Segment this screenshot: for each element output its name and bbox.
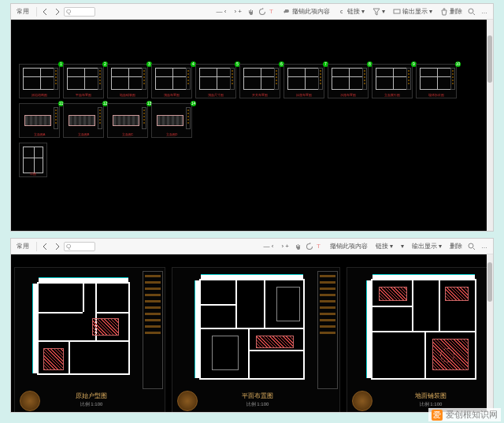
output-button[interactable]: 输出显示▾ [410, 241, 444, 251]
hand-icon[interactable] [247, 8, 255, 16]
sheet-thumb[interactable]: 水路布置图8 [328, 64, 369, 98]
text-icon[interactable]: T [269, 8, 277, 16]
scrollbar-thumb[interactable] [487, 262, 492, 302]
brand-logo [20, 391, 40, 411]
search-input[interactable]: Q [64, 242, 95, 251]
tab-common[interactable]: 常用 [14, 6, 32, 17]
undo-icon [283, 8, 291, 16]
undo-button[interactable]: 撤销此项内容 [328, 241, 370, 251]
sheet-label: 地面铺装图 [108, 93, 147, 97]
sheet-row-3: 详图 [19, 143, 47, 177]
trash-icon [440, 8, 448, 16]
sheet-thumb[interactable]: 开关布置图6 [239, 64, 280, 98]
search-icon[interactable] [468, 243, 476, 250]
drawing-sheet[interactable]: 平面布置图 比例 1:100 [172, 267, 340, 412]
search-input[interactable]: Q [64, 7, 95, 17]
watermark: 爱 爱创根知识网 [428, 408, 501, 421]
more-button[interactable]: … [479, 7, 490, 16]
sheet-label: 插座布置图 [284, 93, 324, 97]
output-button[interactable]: 输出显示▾ [391, 6, 435, 17]
drawing-sheet[interactable]: 地面铺装图 比例 1:100 [346, 267, 493, 412]
drawing-canvas-detail[interactable]: 原始户型图 比例 1:100 平面布置图 比例 1:100 [11, 254, 493, 412]
sheet-thumb[interactable]: 立面图D14 [151, 103, 192, 138]
brand-logo [177, 391, 198, 411]
status-dot: 10 [455, 61, 461, 67]
hand-icon[interactable] [295, 243, 302, 250]
watermark-logo: 爱 [432, 410, 443, 421]
sheet-thumb[interactable]: 立面索引图9 [372, 64, 413, 98]
link-button[interactable]: 链接▾ [335, 6, 367, 17]
rotate-icon[interactable] [306, 243, 313, 250]
undo-button[interactable]: 撤销此项内容 [280, 6, 332, 17]
chevron-left-icon[interactable] [42, 243, 50, 250]
dropdown-icon: ▾ [429, 8, 432, 15]
sheet-row-1: 原始结构图1 平面布置图2 地面铺装图3 顶面布置图4 顶面尺寸图5 开关布置图… [19, 64, 457, 98]
sheet-label: 立面索引图 [372, 93, 412, 97]
delete-label: 删除 [450, 242, 462, 250]
separator [36, 242, 37, 251]
sheet-row-2: 立面图A11 立面图B12 立面图C13 立面图D14 [19, 103, 192, 138]
link-button[interactable]: 链接▾ [373, 241, 395, 251]
sheet-label: 立面图A [20, 132, 59, 136]
sheet-thumb[interactable]: 地面铺装图3 [107, 64, 148, 98]
nav-next[interactable]: › + [279, 242, 291, 250]
dropdown-icon: ▾ [361, 8, 365, 15]
sheet-label: 墙体拆改图 [417, 93, 456, 97]
text-icon[interactable]: T [317, 243, 324, 250]
sheet-caption: 原始户型图 [45, 391, 138, 400]
chevron-right-icon[interactable] [53, 8, 61, 16]
undo-label: 撤销此项内容 [330, 242, 368, 250]
sheet-caption: 地面铺装图 [377, 391, 484, 400]
sheet-label: 立面图C [108, 132, 147, 136]
floor-plan [371, 279, 476, 380]
sheet-thumb[interactable]: 顶面尺寸图5 [195, 64, 236, 98]
sheet-thumb[interactable]: 墙体拆改图10 [416, 64, 457, 98]
nav-prev[interactable]: — ‹ [214, 7, 229, 16]
chevron-left-icon[interactable] [42, 8, 50, 16]
title-block [143, 271, 163, 389]
sheet-thumb[interactable]: 详图 [19, 143, 47, 177]
sheet-thumb[interactable]: 顶面布置图4 [151, 64, 192, 98]
undo-label: 撤销此项内容 [292, 7, 330, 16]
sheet-scale: 比例 1:100 [202, 401, 313, 408]
nav-next[interactable]: › + [232, 7, 244, 16]
sheet-thumb[interactable]: 立面图C13 [107, 103, 148, 138]
sheet-thumb[interactable]: 立面图A11 [19, 103, 60, 138]
sheet-label: 开关布置图 [240, 93, 280, 97]
nav-prev[interactable]: — ‹ [261, 242, 276, 250]
filter-button[interactable]: ▾ [398, 242, 406, 250]
link-label: 链接 [347, 7, 360, 16]
scrollbar-thumb[interactable] [487, 35, 492, 83]
sheet-scale: 比例 1:100 [45, 401, 138, 408]
delete-label: 删除 [450, 7, 462, 16]
more-button[interactable]: … [479, 242, 490, 250]
chevron-right-icon[interactable] [53, 243, 61, 250]
sheet-thumb[interactable]: 立面图B12 [63, 103, 104, 138]
rotate-icon[interactable] [258, 8, 266, 16]
sheet-label: 顶面布置图 [152, 93, 191, 97]
output-label: 输出显示 [402, 7, 428, 16]
floor-plan [199, 279, 305, 380]
sheet-thumb[interactable]: 原始结构图1 [19, 64, 60, 98]
drawing-sheet[interactable]: 原始户型图 比例 1:100 [14, 267, 165, 412]
filter-button[interactable]: ▾ [370, 7, 387, 17]
sheet-label: 水路布置图 [328, 93, 368, 97]
sheet-label: 原始结构图 [20, 93, 59, 97]
sheet-thumb[interactable]: 平面布置图2 [63, 64, 104, 98]
tab-common[interactable]: 常用 [14, 241, 32, 251]
delete-button[interactable]: 删除 [447, 241, 465, 251]
scrollbar-vertical[interactable] [487, 254, 493, 412]
delete-button[interactable]: 删除 [438, 6, 465, 17]
sheet-thumb[interactable]: 插座布置图7 [284, 64, 324, 98]
cad-window-detail: 常用 Q — ‹ › + T 撤销此项内容 链接▾ ▾ 输出显示▾ 删除 … [10, 238, 494, 413]
filter-icon [372, 8, 380, 16]
search-icon[interactable] [468, 8, 476, 16]
sheet-label: 立面图D [152, 132, 191, 136]
sheet-label: 详图 [20, 172, 46, 176]
toolbar-top: 常用 Q — ‹ › + T 撤销此项内容 链接▾ ▾ 输出显示▾ 删除 … [11, 239, 493, 254]
brand-logo [352, 391, 372, 411]
separator [36, 7, 37, 17]
drawing-canvas-overview[interactable]: 原始结构图1 平面布置图2 地面铺装图3 顶面布置图4 顶面尺寸图5 开关布置图… [11, 20, 493, 231]
scrollbar-vertical[interactable] [487, 20, 493, 231]
link-icon [338, 8, 346, 16]
